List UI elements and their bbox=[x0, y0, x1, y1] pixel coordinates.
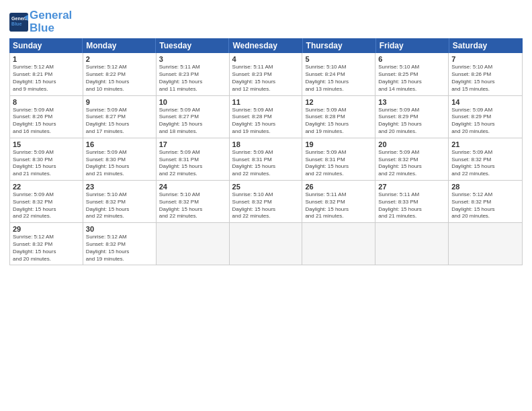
calendar-week-3: 15Sunrise: 5:09 AM Sunset: 8:30 PM Dayli… bbox=[10, 138, 522, 181]
day-info: Sunrise: 5:10 AM Sunset: 8:32 PM Dayligh… bbox=[86, 191, 153, 220]
calendar-cell: 7Sunrise: 5:10 AM Sunset: 8:26 PM Daylig… bbox=[449, 53, 522, 95]
day-number: 14 bbox=[451, 98, 519, 106]
day-info: Sunrise: 5:10 AM Sunset: 8:24 PM Dayligh… bbox=[305, 64, 372, 93]
day-info: Sunrise: 5:11 AM Sunset: 8:23 PM Dayligh… bbox=[159, 64, 226, 93]
day-info: Sunrise: 5:09 AM Sunset: 8:26 PM Dayligh… bbox=[13, 107, 80, 136]
calendar-cell: 29Sunrise: 5:12 AM Sunset: 8:32 PM Dayli… bbox=[10, 223, 83, 265]
calendar-cell: 3Sunrise: 5:11 AM Sunset: 8:23 PM Daylig… bbox=[157, 53, 230, 95]
day-number: 26 bbox=[305, 183, 372, 191]
day-info: Sunrise: 5:11 AM Sunset: 8:23 PM Dayligh… bbox=[232, 64, 300, 93]
day-number: 8 bbox=[13, 98, 80, 106]
day-number: 11 bbox=[232, 98, 300, 106]
calendar-cell: 21Sunrise: 5:09 AM Sunset: 8:32 PM Dayli… bbox=[449, 138, 522, 180]
day-number: 17 bbox=[159, 140, 226, 148]
header-wednesday: Wednesday bbox=[229, 38, 302, 53]
calendar-cell: 11Sunrise: 5:09 AM Sunset: 8:28 PM Dayli… bbox=[230, 96, 303, 138]
day-info: Sunrise: 5:09 AM Sunset: 8:28 PM Dayligh… bbox=[232, 107, 300, 136]
day-info: Sunrise: 5:10 AM Sunset: 8:25 PM Dayligh… bbox=[378, 64, 445, 93]
logo-icon: General Blue bbox=[9, 13, 28, 32]
day-info: Sunrise: 5:09 AM Sunset: 8:31 PM Dayligh… bbox=[159, 149, 226, 178]
day-info: Sunrise: 5:09 AM Sunset: 8:31 PM Dayligh… bbox=[305, 149, 372, 178]
calendar-cell: 19Sunrise: 5:09 AM Sunset: 8:31 PM Dayli… bbox=[302, 138, 375, 180]
calendar-body: 1Sunrise: 5:12 AM Sunset: 8:21 PM Daylig… bbox=[9, 53, 523, 265]
calendar-week-2: 8Sunrise: 5:09 AM Sunset: 8:26 PM Daylig… bbox=[10, 96, 522, 138]
day-number: 23 bbox=[86, 183, 153, 191]
day-info: Sunrise: 5:11 AM Sunset: 8:33 PM Dayligh… bbox=[378, 191, 445, 220]
calendar-week-5: 29Sunrise: 5:12 AM Sunset: 8:32 PM Dayli… bbox=[10, 223, 522, 265]
day-info: Sunrise: 5:11 AM Sunset: 8:32 PM Dayligh… bbox=[305, 191, 372, 220]
calendar-header: Sunday Monday Tuesday Wednesday Thursday… bbox=[9, 38, 523, 53]
calendar-cell: 25Sunrise: 5:10 AM Sunset: 8:32 PM Dayli… bbox=[230, 181, 303, 222]
day-number: 3 bbox=[159, 55, 226, 63]
day-number: 12 bbox=[305, 98, 372, 106]
logo-general: General bbox=[30, 9, 72, 21]
calendar-cell: 22Sunrise: 5:09 AM Sunset: 8:32 PM Dayli… bbox=[10, 181, 83, 222]
day-number: 18 bbox=[232, 140, 300, 148]
day-info: Sunrise: 5:09 AM Sunset: 8:32 PM Dayligh… bbox=[378, 149, 445, 178]
day-info: Sunrise: 5:12 AM Sunset: 8:22 PM Dayligh… bbox=[86, 64, 153, 93]
day-info: Sunrise: 5:10 AM Sunset: 8:32 PM Dayligh… bbox=[232, 191, 300, 220]
calendar-cell bbox=[230, 223, 303, 265]
calendar: Sunday Monday Tuesday Wednesday Thursday… bbox=[9, 38, 523, 404]
day-number: 4 bbox=[232, 55, 300, 63]
calendar-rows: 1Sunrise: 5:12 AM Sunset: 8:21 PM Daylig… bbox=[10, 53, 522, 265]
calendar-cell: 18Sunrise: 5:09 AM Sunset: 8:31 PM Dayli… bbox=[230, 138, 303, 180]
header-tuesday: Tuesday bbox=[156, 38, 229, 53]
day-number: 13 bbox=[378, 98, 445, 106]
day-info: Sunrise: 5:09 AM Sunset: 8:30 PM Dayligh… bbox=[13, 149, 80, 178]
day-info: Sunrise: 5:10 AM Sunset: 8:32 PM Dayligh… bbox=[159, 191, 226, 220]
day-info: Sunrise: 5:12 AM Sunset: 8:32 PM Dayligh… bbox=[86, 234, 153, 263]
calendar-cell: 16Sunrise: 5:09 AM Sunset: 8:30 PM Dayli… bbox=[83, 138, 157, 180]
calendar-cell: 4Sunrise: 5:11 AM Sunset: 8:23 PM Daylig… bbox=[230, 53, 303, 95]
calendar-cell bbox=[157, 223, 230, 265]
calendar-cell: 17Sunrise: 5:09 AM Sunset: 8:31 PM Dayli… bbox=[157, 138, 230, 180]
day-number: 19 bbox=[305, 140, 372, 148]
day-number: 15 bbox=[13, 140, 80, 148]
logo-blue: Blue bbox=[30, 21, 54, 34]
day-number: 29 bbox=[13, 225, 80, 233]
calendar-cell: 9Sunrise: 5:09 AM Sunset: 8:27 PM Daylig… bbox=[83, 96, 157, 138]
day-info: Sunrise: 5:09 AM Sunset: 8:27 PM Dayligh… bbox=[86, 107, 153, 136]
day-info: Sunrise: 5:09 AM Sunset: 8:32 PM Dayligh… bbox=[13, 191, 80, 220]
calendar-cell: 24Sunrise: 5:10 AM Sunset: 8:32 PM Dayli… bbox=[157, 181, 230, 222]
calendar-cell bbox=[302, 223, 375, 265]
day-info: Sunrise: 5:09 AM Sunset: 8:28 PM Dayligh… bbox=[305, 107, 372, 136]
day-info: Sunrise: 5:12 AM Sunset: 8:21 PM Dayligh… bbox=[13, 64, 80, 93]
svg-text:Blue: Blue bbox=[11, 21, 21, 26]
day-number: 24 bbox=[159, 183, 226, 191]
day-info: Sunrise: 5:12 AM Sunset: 8:32 PM Dayligh… bbox=[451, 191, 519, 220]
day-number: 2 bbox=[86, 55, 153, 63]
logo-text: General Blue bbox=[30, 9, 72, 34]
calendar-cell: 28Sunrise: 5:12 AM Sunset: 8:32 PM Dayli… bbox=[449, 181, 522, 222]
day-info: Sunrise: 5:09 AM Sunset: 8:29 PM Dayligh… bbox=[378, 107, 445, 136]
day-number: 25 bbox=[232, 183, 300, 191]
day-number: 22 bbox=[13, 183, 80, 191]
day-info: Sunrise: 5:10 AM Sunset: 8:26 PM Dayligh… bbox=[451, 64, 519, 93]
calendar-cell: 8Sunrise: 5:09 AM Sunset: 8:26 PM Daylig… bbox=[10, 96, 83, 138]
calendar-cell: 27Sunrise: 5:11 AM Sunset: 8:33 PM Dayli… bbox=[375, 181, 449, 222]
day-number: 1 bbox=[13, 55, 80, 63]
day-number: 7 bbox=[451, 55, 519, 63]
day-info: Sunrise: 5:09 AM Sunset: 8:29 PM Dayligh… bbox=[451, 107, 519, 136]
day-info: Sunrise: 5:09 AM Sunset: 8:30 PM Dayligh… bbox=[86, 149, 153, 178]
calendar-cell bbox=[449, 223, 522, 265]
calendar-week-4: 22Sunrise: 5:09 AM Sunset: 8:32 PM Dayli… bbox=[10, 181, 522, 223]
day-number: 30 bbox=[86, 225, 153, 233]
calendar-cell: 2Sunrise: 5:12 AM Sunset: 8:22 PM Daylig… bbox=[83, 53, 157, 95]
header-monday: Monday bbox=[83, 38, 156, 53]
page: General Blue General Blue Sunday Monday … bbox=[0, 0, 532, 411]
calendar-cell: 5Sunrise: 5:10 AM Sunset: 8:24 PM Daylig… bbox=[302, 53, 375, 95]
day-number: 9 bbox=[86, 98, 153, 106]
day-number: 5 bbox=[305, 55, 372, 63]
header-sunday: Sunday bbox=[9, 38, 83, 53]
calendar-cell: 12Sunrise: 5:09 AM Sunset: 8:28 PM Dayli… bbox=[302, 96, 375, 138]
header-friday: Friday bbox=[376, 38, 449, 53]
day-number: 16 bbox=[86, 140, 153, 148]
header-saturday: Saturday bbox=[449, 38, 523, 53]
logo: General Blue General Blue bbox=[9, 9, 72, 34]
calendar-cell: 23Sunrise: 5:10 AM Sunset: 8:32 PM Dayli… bbox=[83, 181, 157, 222]
day-number: 6 bbox=[378, 55, 445, 63]
day-number: 10 bbox=[159, 98, 226, 106]
calendar-cell: 13Sunrise: 5:09 AM Sunset: 8:29 PM Dayli… bbox=[375, 96, 449, 138]
calendar-cell bbox=[375, 223, 449, 265]
